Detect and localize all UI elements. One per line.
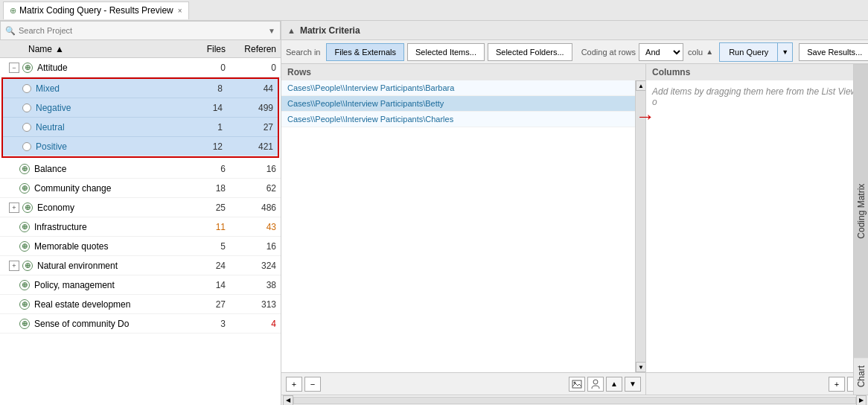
negative-radio[interactable] bbox=[22, 103, 31, 112]
rows-scroll-down-ctrl[interactable]: ▼ bbox=[625, 377, 641, 392]
real-estate-files: 27 bbox=[194, 299, 232, 310]
rows-list-item-charles: Cases\\People\\Interview Participants\Ch… bbox=[281, 112, 635, 127]
infrastructure-files: 11 bbox=[194, 222, 232, 232]
rows-image-btn[interactable] bbox=[569, 377, 585, 392]
h-scroll-track bbox=[293, 397, 856, 404]
rows-person-btn[interactable] bbox=[587, 377, 604, 392]
run-query-arrow-btn[interactable]: ▼ bbox=[778, 42, 793, 62]
code-row-policy-management[interactable]: ⊕ Policy, management 14 38 bbox=[0, 275, 281, 295]
attitude-files: 0 bbox=[194, 63, 232, 73]
h-scrollbar: ◀ ▶ bbox=[281, 395, 868, 405]
code-row-infrastructure[interactable]: ⊕ Infrastructure 11 43 bbox=[0, 217, 281, 237]
balance-label: Balance bbox=[34, 164, 194, 174]
neutral-radio[interactable] bbox=[22, 123, 31, 132]
criteria-collapse-arrow[interactable]: ▲ bbox=[287, 26, 296, 35]
memorable-quotes-files: 5 bbox=[194, 241, 232, 252]
attitude-expander[interactable]: − bbox=[9, 63, 19, 73]
code-row-sense-community[interactable]: ⊕ Sense of community Do 3 4 bbox=[0, 314, 281, 334]
search-icon: 🔍 bbox=[5, 26, 16, 36]
economy-expander[interactable]: + bbox=[9, 202, 19, 213]
search-in-label: Search in bbox=[286, 48, 320, 57]
real-estate-icon: ⊕ bbox=[19, 299, 30, 310]
selected-items-btn[interactable]: Selected Items... bbox=[407, 43, 485, 61]
matrix-tab-icon: ⊕ bbox=[10, 6, 16, 16]
code-row-community-change[interactable]: ⊕ Community change 18 62 bbox=[0, 179, 281, 198]
code-row-memorable-quotes[interactable]: ⊕ Memorable quotes 5 16 bbox=[0, 237, 281, 256]
rows-scroll-up-btn[interactable]: ▲ bbox=[636, 80, 645, 91]
rows-list-item-betty: Cases\\People\\Interview Participants\Be… bbox=[281, 96, 635, 112]
sense-community-refs: 4 bbox=[232, 319, 276, 329]
coding-at-select[interactable]: And Or bbox=[639, 43, 683, 61]
selected-folders-btn[interactable]: Selected Folders... bbox=[488, 43, 572, 61]
tab-bar: ⊕ Matrix Coding Query - Results Preview … bbox=[0, 0, 868, 21]
right-panel: ▲ Matrix Criteria Search in Files & Exte… bbox=[281, 21, 868, 405]
tab-close-btn[interactable]: × bbox=[178, 7, 182, 15]
columns-section: Columns Add items by dragging them here … bbox=[646, 64, 868, 395]
community-change-icon: ⊕ bbox=[19, 183, 30, 194]
code-row-real-estate[interactable]: ⊕ Real estate developmen 27 313 bbox=[0, 295, 281, 314]
matrix-toolbar: Search in Files & Externals Selected Ite… bbox=[281, 40, 868, 64]
search-input[interactable] bbox=[19, 26, 268, 35]
neutral-refs: 27 bbox=[229, 122, 273, 133]
h-scroll-right-btn[interactable]: ▶ bbox=[856, 395, 867, 406]
neutral-label: Neutral bbox=[36, 122, 191, 133]
balance-icon: ⊕ bbox=[19, 164, 30, 174]
rows-scroll-track bbox=[636, 91, 645, 362]
codes-table-header: Name ▲ Files Referen bbox=[0, 40, 281, 58]
cols-add-btn[interactable]: + bbox=[829, 377, 845, 392]
files-externals-btn[interactable]: Files & Externals bbox=[326, 43, 404, 61]
negative-files: 14 bbox=[191, 103, 229, 113]
infrastructure-icon: ⊕ bbox=[19, 222, 30, 232]
community-change-refs: 62 bbox=[232, 183, 276, 194]
code-row-attitude[interactable]: − ⊕ Attitude 0 0 bbox=[0, 58, 281, 77]
codes-panel: 🔍 ▼ Name ▲ Files Referen − ⊕ bbox=[0, 21, 281, 405]
coding-matrix-tab[interactable]: Coding Matrix bbox=[854, 64, 869, 358]
code-row-positive[interactable]: Positive 12 421 bbox=[3, 137, 278, 156]
rows-remove-btn[interactable]: − bbox=[304, 377, 321, 392]
sense-community-label: Sense of community Do bbox=[34, 319, 194, 329]
rows-v-scrollbar: ▲ ▼ bbox=[635, 80, 645, 372]
col-scroll-indicator: ▲ bbox=[706, 48, 713, 56]
code-row-mixed[interactable]: Mixed 8 44 bbox=[3, 79, 278, 98]
attitude-icon: ⊕ bbox=[22, 63, 33, 73]
community-change-label: Community change bbox=[34, 183, 194, 194]
search-dropdown-arrow[interactable]: ▼ bbox=[268, 27, 275, 35]
code-row-natural-environment[interactable]: + ⊕ Natural environment 24 324 bbox=[0, 256, 281, 275]
policy-management-label: Policy, management bbox=[34, 280, 194, 290]
positive-files: 12 bbox=[191, 141, 229, 152]
coding-at-label: Coding at rows bbox=[581, 48, 636, 57]
economy-label: Economy bbox=[37, 202, 194, 213]
negative-refs: 499 bbox=[229, 103, 273, 113]
matrix-criteria-bar: ▲ Matrix Criteria bbox=[281, 21, 868, 40]
chart-tab[interactable]: Chart bbox=[854, 358, 869, 395]
positive-label: Positive bbox=[36, 141, 191, 152]
code-row-neutral[interactable]: Neutral 1 27 bbox=[3, 118, 278, 137]
positive-radio[interactable] bbox=[22, 142, 31, 151]
mixed-label: Mixed bbox=[36, 83, 191, 94]
code-row-economy[interactable]: + ⊕ Economy 25 486 bbox=[0, 198, 281, 217]
sense-community-files: 3 bbox=[194, 319, 232, 329]
svg-point-2 bbox=[593, 380, 598, 384]
files-col-header: Files bbox=[194, 44, 232, 54]
rows-scroll-up-ctrl[interactable]: ▲ bbox=[606, 377, 622, 392]
rows-add-btn[interactable]: + bbox=[286, 377, 302, 392]
rows-with-scroll: Cases\\People\\Interview Participants\Ba… bbox=[281, 80, 645, 372]
balance-files: 6 bbox=[194, 164, 232, 174]
natural-environment-expander[interactable]: + bbox=[9, 261, 19, 271]
real-estate-label: Real estate developmen bbox=[34, 299, 194, 310]
code-row-balance[interactable]: ⊕ Balance 6 16 bbox=[0, 159, 281, 179]
col-label: colu bbox=[688, 48, 703, 57]
economy-refs: 486 bbox=[232, 202, 276, 213]
rows-scroll-down-btn[interactable]: ▼ bbox=[636, 362, 645, 372]
neutral-files: 1 bbox=[191, 122, 229, 133]
code-row-negative[interactable]: Negative 14 499 bbox=[3, 98, 278, 118]
policy-management-icon: ⊕ bbox=[19, 280, 30, 290]
mixed-radio[interactable] bbox=[22, 84, 31, 93]
h-scroll-left-btn[interactable]: ◀ bbox=[283, 395, 293, 406]
run-query-btn[interactable]: Run Query bbox=[719, 42, 778, 62]
save-results-btn[interactable]: Save Results... bbox=[799, 43, 868, 61]
codes-list: − ⊕ Attitude 0 0 Mixed 8 44 bbox=[0, 58, 281, 405]
matrix-query-tab[interactable]: ⊕ Matrix Coding Query - Results Preview … bbox=[3, 1, 189, 19]
main-content: 🔍 ▼ Name ▲ Files Referen − ⊕ bbox=[0, 21, 868, 405]
name-col-header: Name ▲ bbox=[28, 44, 194, 54]
